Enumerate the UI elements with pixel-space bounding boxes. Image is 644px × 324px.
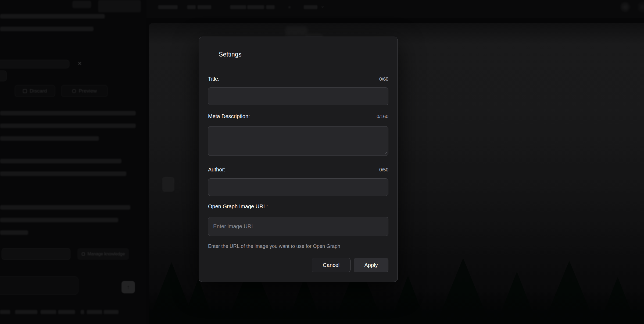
meta-description-field-label: Meta Description: xyxy=(208,112,250,120)
meta-description-char-counter: 0/160 xyxy=(377,113,388,120)
meta-description-textarea[interactable] xyxy=(208,126,388,156)
dialog-title: Settings xyxy=(219,50,388,59)
title-input[interactable] xyxy=(208,87,388,105)
og-image-field-label: Open Graph Image URL: xyxy=(208,203,268,210)
dialog-divider xyxy=(208,64,388,64)
dialog-actions: Cancel Apply xyxy=(208,258,388,272)
author-char-counter: 0/50 xyxy=(379,166,388,174)
title-char-counter: 0/60 xyxy=(379,75,388,83)
author-field-label: Author: xyxy=(208,166,225,173)
cancel-button[interactable]: Cancel xyxy=(312,258,350,272)
author-input[interactable] xyxy=(208,178,388,196)
og-image-helper-text: Enter the URL of the image you want to u… xyxy=(208,243,388,250)
apply-button[interactable]: Apply xyxy=(354,258,388,272)
og-image-url-input[interactable] xyxy=(208,217,388,236)
title-field-label: Title: xyxy=(208,75,220,83)
app-screen: ✕ Discard Preview Manage knowledge ↑ xyxy=(0,0,644,324)
settings-dialog: Settings Title: 0/60 Meta Description: 0… xyxy=(199,37,398,282)
